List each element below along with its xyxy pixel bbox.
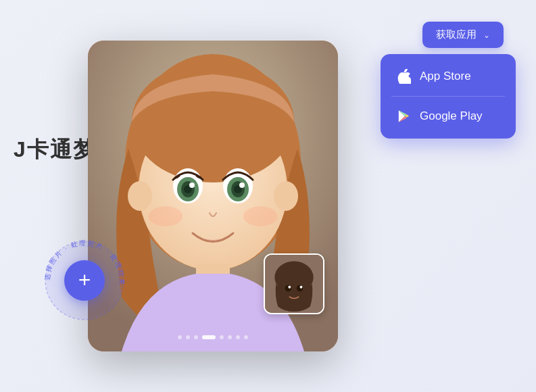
svg-point-24 bbox=[288, 286, 291, 289]
dot-5 bbox=[220, 335, 224, 339]
svg-point-17 bbox=[243, 206, 277, 226]
svg-point-10 bbox=[189, 182, 195, 188]
title-prefix: J bbox=[14, 137, 27, 162]
google-play-icon bbox=[397, 109, 412, 124]
main-container: J卡通梦 bbox=[0, 0, 536, 392]
google-play-label: Google Play bbox=[420, 109, 483, 123]
apple-icon bbox=[397, 69, 412, 84]
dot-2 bbox=[186, 335, 190, 339]
chevron-down-icon: ⌄ bbox=[483, 30, 490, 40]
dot-6 bbox=[228, 335, 232, 339]
dropdown-divider bbox=[391, 96, 505, 97]
real-face-svg bbox=[265, 255, 323, 313]
svg-point-5 bbox=[274, 181, 298, 211]
svg-point-25 bbox=[300, 286, 303, 289]
dot-7 bbox=[236, 335, 240, 339]
real-photo-thumbnail bbox=[264, 253, 324, 314]
app-store-item[interactable]: App Store bbox=[386, 59, 510, 93]
svg-point-23 bbox=[297, 285, 303, 292]
dot-8 bbox=[244, 335, 248, 339]
get-app-label: 获取应用 bbox=[436, 28, 477, 41]
svg-point-22 bbox=[285, 285, 292, 292]
plus-circle-container: 选择照片 · 处理照片 · 处理结果 · + bbox=[37, 233, 132, 328]
dots-indicator bbox=[178, 335, 248, 339]
svg-point-16 bbox=[149, 206, 182, 226]
plus-button[interactable]: + bbox=[64, 260, 105, 301]
svg-point-15 bbox=[239, 182, 245, 188]
dropdown-menu: App Store Google Play bbox=[381, 54, 516, 139]
get-app-button[interactable]: 获取应用 ⌄ bbox=[422, 22, 504, 48]
plus-icon: + bbox=[78, 269, 91, 291]
dot-4-active bbox=[202, 335, 216, 339]
title-main: 卡通梦 bbox=[27, 137, 96, 162]
dot-1 bbox=[178, 335, 182, 339]
dot-3 bbox=[194, 335, 198, 339]
google-play-item[interactable]: Google Play bbox=[386, 99, 510, 133]
app-store-label: App Store bbox=[420, 70, 471, 83]
svg-point-4 bbox=[128, 181, 152, 211]
app-title: J卡通梦 bbox=[14, 135, 96, 165]
